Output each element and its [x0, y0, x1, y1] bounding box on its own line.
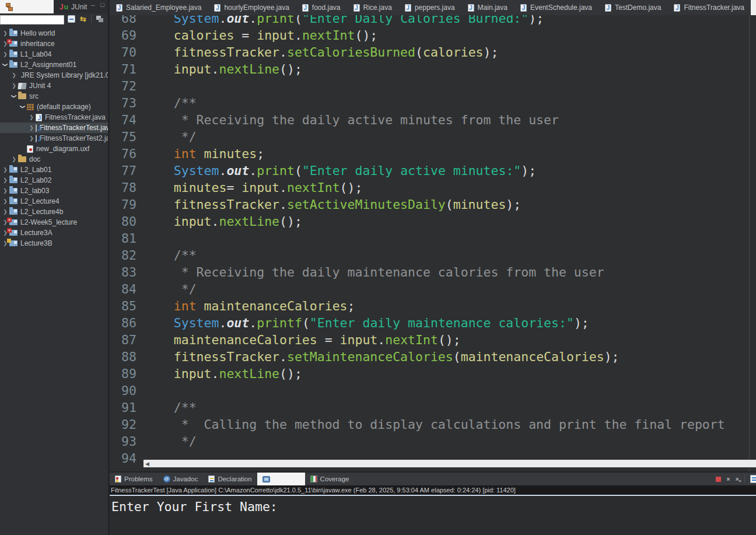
- tree-item-new-diagram-uxf[interactable]: new_diagram.uxf: [0, 144, 108, 154]
- editor-tab-eventschedule-java[interactable]: EventSchedule.java: [514, 0, 598, 15]
- remove-all-terminated-icon[interactable]: ×: [736, 476, 739, 482]
- code-line-81: 81: [110, 230, 756, 247]
- tree-item-l2-assignment01[interactable]: ❯L2_Assignment01: [0, 60, 108, 70]
- console-tab-javadoc[interactable]: Javadoc: [158, 473, 204, 485]
- java-file-icon: [405, 4, 411, 12]
- tree-item-label: JUnit 4: [29, 82, 51, 90]
- chevron-right-icon[interactable]: ❯: [29, 114, 34, 120]
- tree-item-l2-lab02[interactable]: ❯L2_Lab02: [0, 175, 108, 186]
- tree-item-label: (default package): [37, 103, 91, 111]
- code-line-88: 88 fitnessTracker.setMaintenanceCalories…: [110, 348, 756, 365]
- console-tab-problems[interactable]: Problems: [110, 473, 158, 485]
- code-line-92: 92 * Calling the method to display calcu…: [110, 416, 756, 433]
- tree-item-fitnesstracker-java[interactable]: ❯FitnessTracker.java: [0, 112, 108, 123]
- editor-tab-testdemo-java[interactable]: TestDemo.java: [598, 0, 667, 15]
- chevron-right-icon[interactable]: ❯: [11, 72, 17, 78]
- collapse-all-icon[interactable]: [68, 15, 75, 23]
- terminate-icon[interactable]: [716, 477, 721, 482]
- tree-item-src[interactable]: ❯src: [0, 91, 108, 102]
- line-number: 86: [110, 314, 144, 331]
- console-icon: [262, 476, 270, 482]
- horizontal-scrollbar[interactable]: ◀: [144, 460, 756, 467]
- line-number: 75: [110, 128, 144, 145]
- line-number: 68: [110, 15, 144, 27]
- console-output[interactable]: Enter Your First Name:: [110, 496, 756, 535]
- line-number: 79: [110, 196, 144, 213]
- editor-tab-label: Rice.java: [363, 4, 392, 12]
- chevron-right-icon[interactable]: ❯: [11, 83, 17, 89]
- tree-item-label: L2_lab03: [20, 187, 49, 195]
- minimize-icon[interactable]: –: [91, 1, 94, 8]
- maximize-icon[interactable]: □: [100, 1, 104, 8]
- line-number: 93: [110, 433, 144, 450]
- chevron-right-icon[interactable]: ❯: [2, 167, 8, 173]
- editor-tab-salaried-employee-java[interactable]: Salaried_Employee.java: [110, 0, 208, 15]
- tree-item-doc[interactable]: ❯doc: [0, 154, 108, 165]
- chevron-right-icon[interactable]: ❯: [2, 198, 8, 204]
- tree-item-junit-4[interactable]: ❯JUnit 4: [0, 81, 108, 91]
- tree-item-l2-lecture4[interactable]: ❯L2_Lecture4: [0, 196, 108, 207]
- chevron-right-icon[interactable]: ❯: [2, 177, 8, 183]
- view-packages-icon[interactable]: [96, 16, 103, 22]
- editor-tab-active-partial[interactable]: [751, 0, 756, 15]
- tree-item-l2-lab01[interactable]: ❯L2_Lab01: [0, 165, 108, 175]
- chevron-right-icon[interactable]: ❯: [29, 135, 34, 141]
- editor-tab-rice-java[interactable]: Rice.java: [347, 0, 398, 15]
- editor-tab-hourlyemployee-java[interactable]: hourlyEmployee.java: [208, 0, 295, 15]
- java-file-icon: [674, 4, 680, 12]
- coverage-icon: [310, 475, 317, 482]
- problems-icon: [115, 475, 121, 482]
- tree-item-label: L2_Lab01: [20, 166, 51, 174]
- chevron-right-icon[interactable]: ❯: [2, 188, 8, 194]
- tree-item-fitnesstrackertest-java[interactable]: ❯FitnessTrackerTest.java: [0, 123, 108, 133]
- chevron-right-icon[interactable]: ❯: [2, 30, 8, 36]
- console-toolbar: ××: [716, 473, 756, 485]
- filter-input[interactable]: [0, 15, 64, 25]
- tree-item--default-package-[interactable]: ❯(default package): [0, 102, 108, 112]
- tree-item-l2-week5-lecture[interactable]: ❯L2-Week5_lecture: [0, 217, 108, 228]
- link-with-editor-icon[interactable]: ⇆: [80, 15, 86, 23]
- code-editor[interactable]: 68 System.out.print("Enter Daily Calorie…: [110, 15, 756, 471]
- editor-tab-peppers-java[interactable]: peppers.java: [398, 0, 461, 15]
- console-tab-declaration[interactable]: Declaration: [203, 473, 257, 485]
- code-line-76: 76 int minutes;: [110, 145, 756, 162]
- chevron-down-icon[interactable]: ❯: [20, 104, 26, 110]
- code-line-74: 74 * Receiving the daily active minutes …: [110, 111, 756, 128]
- tree-item-l1-lab04[interactable]: ❯L1_Lab04: [0, 49, 108, 60]
- chevron-right-icon[interactable]: ❯: [2, 209, 8, 215]
- tree-item-inheritance[interactable]: ❯inheritance: [0, 39, 108, 49]
- line-number: 88: [110, 348, 144, 365]
- editor-tab-fitnesstracker-java[interactable]: FitnessTracker.java: [667, 0, 751, 15]
- tree-item-lecture3a[interactable]: ❯Lecture3A: [0, 228, 108, 238]
- tree-item-fitnesstrackertest2-java[interactable]: ❯FitnessTrackerTest2.java: [0, 133, 108, 144]
- proj-icon: [9, 30, 18, 36]
- console-tab-console[interactable]: [257, 473, 305, 485]
- tree-item-hello-world[interactable]: ❯Hello world: [0, 28, 108, 39]
- tab-package-explorer[interactable]: [0, 0, 54, 13]
- editor-tab-main-java[interactable]: Main.java: [461, 0, 514, 15]
- scroll-left-icon[interactable]: ◀: [144, 461, 149, 467]
- tree-item-l2-lecture4b[interactable]: ❯L2_Lecture4b: [0, 207, 108, 217]
- line-number: 87: [110, 331, 144, 348]
- remove-launch-icon[interactable]: ×: [726, 476, 730, 482]
- tree-item-label: Lecture3B: [20, 239, 52, 247]
- chevron-down-icon[interactable]: ❯: [2, 62, 8, 68]
- tree-item-jre-system-library-jdk21-0-5-11-[interactable]: ❯JRE System Library [jdk21.0.5_11]: [0, 70, 108, 81]
- editor-tab-label: EventSchedule.java: [530, 4, 592, 12]
- console-panel: ProblemsJavadocDeclarationCoverage×× Fit…: [110, 471, 756, 535]
- code-line-84: 84 */: [110, 281, 756, 298]
- tree-item-label: L1_Lab04: [20, 50, 51, 58]
- editor-tab-food-java[interactable]: food.java: [296, 0, 347, 15]
- chevron-down-icon[interactable]: ❯: [11, 93, 17, 99]
- chevron-right-icon[interactable]: ❯: [29, 125, 34, 131]
- jfile-icon: [36, 114, 42, 121]
- tab-junit[interactable]: Ju JUnit: [54, 0, 93, 13]
- javadoc-icon: [163, 475, 170, 482]
- tree-item-lecture3b[interactable]: ❯Lecture3B: [0, 238, 108, 249]
- chevron-right-icon[interactable]: ❯: [2, 51, 8, 57]
- console-tab-coverage[interactable]: Coverage: [305, 473, 355, 485]
- tree-item-l2-lab03[interactable]: ❯L2_lab03: [0, 186, 108, 196]
- chevron-right-icon[interactable]: ❯: [11, 156, 17, 162]
- tab-junit-label: JUnit: [71, 3, 87, 11]
- open-console-icon[interactable]: [750, 475, 756, 483]
